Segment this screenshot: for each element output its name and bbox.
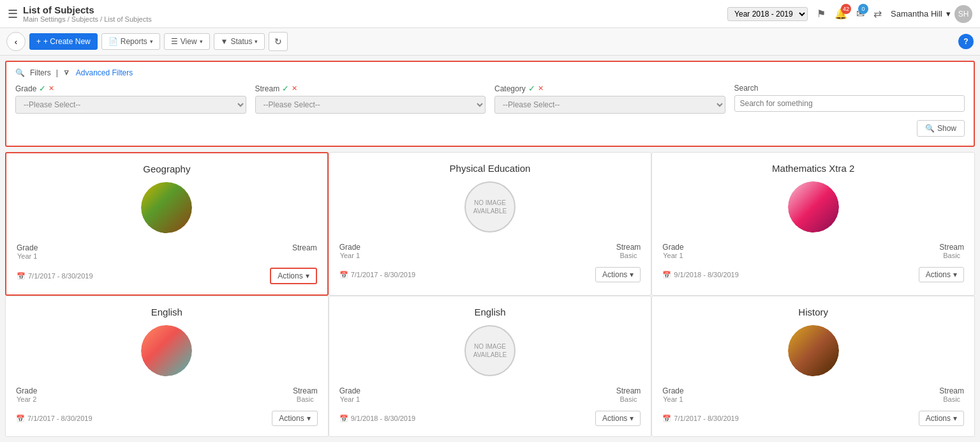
- filter-area: 🔍 Filters | ⛛ Advanced Filters Grade ✓ ✕…: [5, 61, 975, 147]
- calendar-icon: 📅: [339, 271, 348, 279]
- card-stream: Stream Basic: [293, 386, 318, 403]
- card-footer: 📅 7/1/2017 - 8/30/2019 Actions ▾: [16, 411, 318, 426]
- grade-value: Year 1: [340, 395, 360, 403]
- card-stream: Stream Basic: [939, 243, 964, 259]
- calendar-icon: 📅: [16, 415, 25, 423]
- year-selector[interactable]: Year 2018 - 2019: [727, 7, 808, 21]
- stream-value: Basic: [620, 252, 637, 259]
- stream-clear-icon[interactable]: ✕: [292, 84, 297, 93]
- flag-icon-btn[interactable]: ⚑: [817, 8, 826, 20]
- card-image: [141, 325, 192, 376]
- create-new-button[interactable]: + + Create New: [29, 33, 98, 50]
- search-filter: Search: [734, 84, 965, 114]
- grade-check-icon: ✓: [39, 84, 46, 93]
- card-footer: 📅 7/1/2017 - 8/30/2019 Actions ▾: [339, 267, 641, 282]
- actions-button[interactable]: Actions ▾: [919, 267, 964, 282]
- user-name: Samantha Hill: [891, 9, 942, 19]
- calendar-icon: 📅: [339, 415, 348, 423]
- bell-badge: 42: [841, 4, 851, 14]
- grade-value: Year 1: [17, 252, 37, 260]
- avatar: SH: [954, 5, 972, 23]
- card-meta: Grade Year 1 Stream Basic: [662, 243, 964, 259]
- filter-fields: Grade ✓ ✕ --Please Select-- Stream ✓ ✕ -…: [15, 84, 965, 114]
- swap-icon-btn[interactable]: ⇄: [873, 8, 882, 20]
- search-label: Search: [734, 84, 965, 93]
- card-title: Physical Education: [450, 163, 531, 174]
- breadcrumb: Main Settings / Subjects / List of Subje…: [23, 15, 152, 23]
- actions-caret: ▾: [630, 414, 634, 423]
- card-footer: 📅 9/1/2018 - 8/30/2019 Actions ▾: [339, 411, 641, 426]
- chevron-down-icon: ▾: [946, 9, 951, 19]
- plus-icon: +: [36, 37, 41, 46]
- grade-select[interactable]: --Please Select--: [15, 96, 246, 114]
- card-title: English: [151, 307, 182, 317]
- flag-icon: ⚑: [817, 8, 826, 19]
- reports-button[interactable]: 📄 Reports ▾: [101, 33, 160, 50]
- calendar-icon: 📅: [662, 271, 671, 279]
- card-image: [141, 182, 192, 233]
- user-menu[interactable]: Samantha Hill ▾ SH: [891, 5, 972, 23]
- stream-filter: Stream ✓ ✕ --Please Select--: [255, 84, 486, 114]
- actions-button[interactable]: Actions ▾: [919, 411, 964, 426]
- filter-pipe: |: [56, 68, 58, 77]
- actions-caret: ▾: [953, 270, 957, 279]
- bell-icon-btn[interactable]: 🔔 42: [835, 8, 847, 20]
- filter-icon: 🔍: [15, 68, 25, 77]
- status-button[interactable]: ▼ Status ▾: [214, 33, 265, 50]
- grade-label: Grade ✓ ✕: [15, 84, 246, 93]
- show-button[interactable]: 🔍 Show: [917, 120, 965, 137]
- card-english1: English Grade Year 2 Stream Basic 📅 7/1/…: [5, 296, 329, 437]
- back-icon: ‹: [15, 37, 17, 47]
- page-title: List of Subjects: [23, 4, 152, 15]
- card-grade: Grade Year 1: [662, 243, 683, 259]
- card-title: English: [474, 307, 505, 317]
- card-footer: 📅 7/1/2017 - 8/30/2019 Actions ▾: [662, 411, 964, 426]
- grade-clear-icon[interactable]: ✕: [48, 84, 54, 93]
- card-date: 📅 7/1/2017 - 8/30/2019: [662, 415, 739, 423]
- card-history: History Grade Year 1 Stream Basic 📅 7/1/…: [651, 296, 975, 437]
- card-grade: Grade Year 1: [339, 243, 360, 259]
- view-icon: ☰: [171, 37, 178, 46]
- category-select[interactable]: --Please Select--: [494, 96, 725, 114]
- stream-label: Stream: [616, 386, 641, 395]
- grade-value: Year 2: [17, 395, 36, 403]
- stream-select[interactable]: --Please Select--: [255, 96, 486, 114]
- refresh-icon: ↻: [274, 36, 282, 47]
- top-navbar: ☰ List of Subjects Main Settings / Subje…: [0, 0, 980, 28]
- grade-label: Grade: [16, 386, 37, 395]
- card-meta: Grade Year 1 Stream Basic: [662, 386, 964, 403]
- search-icon: 🔍: [925, 124, 935, 133]
- category-clear-icon[interactable]: ✕: [538, 84, 544, 93]
- category-filter: Category ✓ ✕ --Please Select--: [494, 84, 725, 114]
- actions-button[interactable]: Actions ▾: [595, 411, 641, 426]
- grade-value: Year 1: [663, 252, 683, 259]
- back-button[interactable]: ‹: [6, 32, 26, 51]
- grade-label: Grade: [662, 243, 683, 252]
- help-button[interactable]: ?: [958, 34, 974, 49]
- refresh-button[interactable]: ↻: [269, 32, 288, 51]
- view-caret: ▾: [200, 38, 203, 45]
- grade-value: Year 1: [663, 395, 683, 403]
- reports-icon: 📄: [108, 37, 118, 46]
- card-title: Mathematics Xtra 2: [772, 163, 854, 174]
- title-breadcrumb: List of Subjects Main Settings / Subject…: [23, 4, 152, 23]
- card-stream: Stream Basic: [939, 386, 964, 403]
- card-date: 📅 9/1/2018 - 8/30/2019: [339, 415, 416, 423]
- card-mathematics-xtra: Mathematics Xtra 2 Grade Year 1 Stream B…: [651, 152, 975, 296]
- actions-button[interactable]: Actions ▾: [270, 268, 316, 284]
- view-button[interactable]: ☰ View ▾: [164, 33, 210, 50]
- card-meta: Grade Year 1 Stream Basic: [339, 386, 641, 403]
- hamburger-icon[interactable]: ☰: [8, 7, 18, 21]
- stream-value: Basic: [943, 395, 960, 403]
- card-date: 📅 7/1/2017 - 8/30/2019: [339, 271, 416, 279]
- card-date: 📅 7/1/2017 - 8/30/2019: [17, 272, 93, 280]
- actions-button[interactable]: Actions ▾: [272, 411, 317, 426]
- advanced-filters-link[interactable]: Advanced Filters: [76, 68, 133, 77]
- actions-button[interactable]: Actions ▾: [595, 267, 641, 282]
- grade-label: Grade: [662, 386, 683, 395]
- card-image: [788, 181, 839, 232]
- stream-label: Stream: [616, 243, 641, 252]
- mail-icon-btn[interactable]: ✉ 0: [856, 8, 865, 20]
- actions-caret: ▾: [630, 270, 634, 279]
- search-input[interactable]: [734, 95, 965, 112]
